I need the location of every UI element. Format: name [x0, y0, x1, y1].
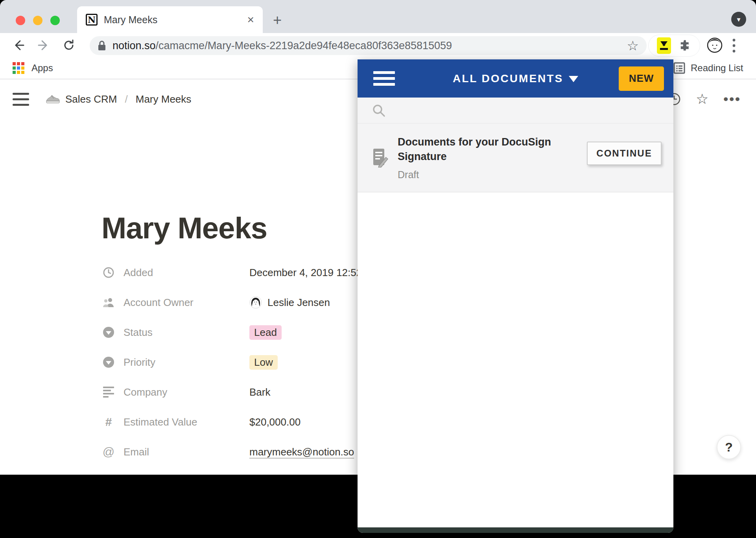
- apps-label: Apps: [31, 63, 53, 74]
- forward-button[interactable]: [35, 36, 53, 54]
- extensions-area: [648, 35, 700, 57]
- property-row-estimated-value[interactable]: # Estimated Value $20,000.00: [101, 412, 362, 432]
- back-arrow-icon: [12, 39, 25, 52]
- sneaker-emoji-icon: [46, 94, 60, 104]
- tab-search-button[interactable]: ▼: [731, 12, 746, 27]
- property-value-email[interactable]: marymeeks@notion.so: [249, 446, 354, 458]
- breadcrumb-workspace[interactable]: Sales CRM: [65, 93, 117, 105]
- profile-avatar-icon: [706, 36, 724, 54]
- minimize-window-button[interactable]: [33, 16, 42, 25]
- property-row-email[interactable]: @ Email marymeeks@notion.so: [101, 442, 362, 462]
- lock-icon: [98, 40, 106, 51]
- notion-topbar-actions: ☆ •••: [667, 91, 741, 107]
- leslie-avatar: [249, 296, 262, 309]
- extensions-puzzle-icon[interactable]: [679, 39, 691, 52]
- property-row-status[interactable]: Status Lead: [101, 322, 362, 342]
- reading-list-icon: [673, 62, 685, 74]
- documents-filter-dropdown[interactable]: ALL DOCUMENTS: [358, 72, 673, 85]
- docusign-header: ALL DOCUMENTS NEW: [358, 59, 673, 98]
- help-button[interactable]: ?: [717, 435, 741, 459]
- search-icon: [372, 103, 386, 118]
- person-name: Leslie Jensen: [267, 297, 330, 309]
- property-list: Added December 4, 2019 12:52 Account Own…: [101, 263, 362, 472]
- property-row-added[interactable]: Added December 4, 2019 12:52: [101, 263, 362, 282]
- clock-icon: [101, 267, 116, 278]
- document-search-bar[interactable]: [358, 98, 673, 123]
- zoom-window-button[interactable]: [50, 16, 60, 25]
- documents-filter-label: ALL DOCUMENTS: [453, 72, 563, 85]
- notion-favicon-icon: N: [86, 14, 98, 26]
- back-button[interactable]: [9, 36, 28, 54]
- document-title: Documents for your DocuSign Signature: [398, 135, 575, 164]
- reading-list-label: Reading List: [691, 63, 743, 74]
- forward-arrow-icon: [37, 39, 50, 52]
- close-tab-icon[interactable]: ×: [247, 14, 254, 26]
- chevron-down-icon: [569, 76, 578, 82]
- breadcrumb-separator: /: [125, 93, 127, 105]
- priority-tag[interactable]: Low: [249, 355, 278, 370]
- property-row-company[interactable]: Company Bark: [101, 382, 362, 402]
- browser-profile-avatar[interactable]: [706, 36, 724, 54]
- property-label: Company: [124, 386, 238, 398]
- person-icon: [101, 297, 116, 308]
- property-label: Priority: [124, 356, 238, 368]
- page-options-icon[interactable]: •••: [723, 91, 741, 107]
- reload-icon: [62, 39, 76, 52]
- select-icon: [101, 327, 116, 338]
- url-text: notion.so/camacme/Mary-Meeks-2219a2de94f…: [112, 40, 452, 52]
- browser-toolbar: notion.so/camacme/Mary-Meeks-2219a2de94f…: [0, 33, 756, 58]
- sidebar-toggle-icon[interactable]: [13, 93, 29, 106]
- favorite-star-icon[interactable]: ☆: [696, 92, 708, 106]
- property-value-number[interactable]: $20,000.00: [249, 416, 301, 428]
- email-icon: @: [101, 445, 116, 459]
- property-label: Status: [124, 326, 238, 339]
- docusign-extension-icon[interactable]: [657, 37, 671, 54]
- property-label: Estimated Value: [124, 416, 238, 428]
- breadcrumb: Sales CRM / Mary Meeks: [46, 93, 191, 105]
- property-value-date[interactable]: December 4, 2019 12:52: [249, 267, 362, 279]
- number-icon: #: [101, 415, 116, 429]
- address-bar[interactable]: notion.so/camacme/Mary-Meeks-2219a2de94f…: [90, 36, 647, 55]
- status-tag[interactable]: Lead: [249, 325, 282, 340]
- property-row-account-owner[interactable]: Account Owner Leslie Jensen: [101, 293, 362, 312]
- reading-list-button[interactable]: Reading List: [673, 62, 743, 74]
- browser-menu-button[interactable]: [732, 38, 736, 53]
- document-list-empty-area: [358, 192, 673, 527]
- new-tab-button[interactable]: +: [273, 13, 282, 28]
- property-label: Email: [124, 446, 238, 458]
- document-list-item[interactable]: Documents for your DocuSign Signature Dr…: [358, 123, 673, 192]
- property-value-text[interactable]: Bark: [249, 386, 270, 398]
- kebab-menu-icon: [732, 38, 736, 53]
- browser-tab[interactable]: N Mary Meeks ×: [77, 6, 263, 33]
- tab-strip: N Mary Meeks × + ▼: [0, 0, 756, 33]
- tab-title: Mary Meeks: [104, 14, 247, 26]
- close-window-button[interactable]: [16, 16, 25, 25]
- select-icon: [101, 357, 116, 368]
- breadcrumb-page[interactable]: Mary Meeks: [136, 93, 192, 105]
- screen: N Mary Meeks × + ▼ notion.so/camacme/Mar…: [0, 0, 756, 538]
- document-status: Draft: [398, 169, 575, 181]
- text-icon: [101, 387, 116, 398]
- bookmark-star-icon[interactable]: ☆: [627, 38, 639, 53]
- document-edit-icon: [372, 148, 388, 168]
- apps-grid-icon: [13, 62, 24, 74]
- reload-button[interactable]: [60, 36, 78, 54]
- property-row-priority[interactable]: Priority Low: [101, 352, 362, 372]
- page-title: Mary Meeks: [101, 211, 267, 245]
- property-value-person[interactable]: Leslie Jensen: [249, 296, 330, 309]
- property-label: Account Owner: [124, 297, 238, 309]
- docusign-panel: ALL DOCUMENTS NEW Documents for your Doc…: [358, 59, 673, 533]
- continue-button[interactable]: CONTINUE: [587, 142, 662, 165]
- document-info: Documents for your DocuSign Signature Dr…: [398, 135, 575, 181]
- docusign-panel-edge: [358, 527, 673, 533]
- apps-shortcut[interactable]: Apps: [13, 62, 53, 74]
- property-label: Added: [124, 267, 238, 279]
- window-controls: [16, 16, 60, 25]
